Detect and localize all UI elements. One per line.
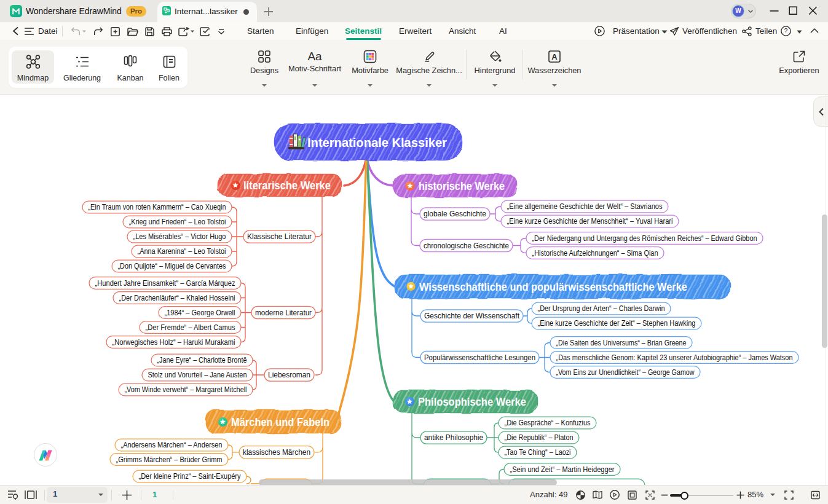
svg-text:„Grimms Märchen“ – Brüder Grim: „Grimms Märchen“ – Brüder Grimm — [116, 455, 223, 464]
svg-text:„Vom Winde verweht“ – Margaret: „Vom Winde verweht“ – Margaret Mitchell — [125, 385, 247, 394]
svg-text:Populärwissenschaftliche Lesun: Populärwissenschaftliche Lesungen — [424, 353, 535, 362]
svg-text:„Die Saiten des Universums“ –: „Die Saiten des Universums“ – Brian Gree… — [556, 339, 687, 347]
svg-text:Liebesroman: Liebesroman — [268, 371, 310, 379]
svg-text:„Eine kurze Geschichte der Men: „Eine kurze Geschichte der Menschheit“ –… — [507, 217, 673, 226]
svg-text:„Andersens Märchen“ – Andersen: „Andersens Märchen“ – Andersen — [121, 441, 223, 449]
svg-text:„Historische Aufzeichnungen“ –: „Historische Aufzeichnungen“ – Sima Qian — [532, 249, 658, 258]
svg-text:klassisches Märchen: klassisches Märchen — [243, 448, 310, 457]
svg-text:„Der Niedergang und Untergang: „Der Niedergang und Untergang des Römisc… — [532, 234, 757, 243]
svg-text:Klassische Literatur: Klassische Literatur — [247, 232, 312, 241]
svg-text:„Les Misérables“ – Victor Hugo: „Les Misérables“ – Victor Hugo — [133, 232, 226, 241]
svg-text:historische Werke: historische Werke — [419, 180, 505, 192]
svg-text:„Krieg und Frieden“ – Leo Tols: „Krieg und Frieden“ – Leo Tolstoi — [129, 218, 226, 226]
svg-text:Stolz und Vorurteil – Jane Aus: Stolz und Vorurteil – Jane Austen — [148, 371, 247, 379]
svg-text:„1984“ – George Orwell: „1984“ – George Orwell — [165, 309, 235, 317]
svg-text:literarische Werke: literarische Werke — [243, 179, 331, 192]
svg-text:chronologische Geschichte: chronologische Geschichte — [424, 242, 509, 250]
svg-text:„Die Republik“ – Platon: „Die Republik“ – Platon — [505, 433, 574, 442]
svg-text:antike Philosophie: antike Philosophie — [424, 433, 483, 442]
svg-text:globale Geschichte: globale Geschichte — [424, 210, 486, 218]
svg-text:„Der kleine Prinz“ – Saint-Exu: „Der kleine Prinz“ – Saint-Exupéry — [139, 472, 242, 481]
svg-text:„Jane Eyre“ – Charlotte Brontë: „Jane Eyre“ – Charlotte Brontë — [157, 356, 247, 364]
svg-text:„Anna Karenina“ – Leo Tolstoi: „Anna Karenina“ – Leo Tolstoi — [138, 247, 226, 256]
svg-text:„Vom Eins zur Unendlichkeit“ –: „Vom Eins zur Unendlichkeit“ – George Ga… — [556, 368, 695, 377]
svg-text:„Don Quijote“ – Miguel de Cerv: „Don Quijote“ – Miguel de Cervantes — [118, 262, 226, 270]
svg-text:Geschichte der Wissenschaft: Geschichte der Wissenschaft — [424, 312, 519, 320]
svg-text:„Ein Traum von roten Kammern“: „Ein Traum von roten Kammern“ – Cao Xueq… — [89, 203, 226, 211]
svg-text:„Tao Te Ching“ – Laozi: „Tao Te Ching“ – Laozi — [505, 448, 571, 457]
svg-text:„Sein und Zeit“ – Martin Heide: „Sein und Zeit“ – Martin Heidegger — [510, 465, 615, 474]
svg-text:„Das menschliche Genom: Kapite: „Das menschliche Genom: Kapitel 23 unser… — [556, 353, 793, 362]
svg-text:moderne Literatur: moderne Literatur — [255, 309, 312, 317]
svg-text:Märchen und Fabeln: Märchen und Fabeln — [231, 416, 329, 428]
svg-text:„Die Gespräche“ – Konfuzius: „Die Gespräche“ – Konfuzius — [505, 419, 591, 427]
svg-text:„Eine allgemeine Geschichte de: „Eine allgemeine Geschichte der Welt“ – … — [507, 202, 663, 211]
svg-text:„Norwegisches Holz“ – Haruki M: „Norwegisches Holz“ – Haruki Murakami — [112, 338, 235, 347]
svg-text:Philosophische Werke: Philosophische Werke — [418, 396, 526, 408]
svg-text:Wissenschaftliche und populärw: Wissenschaftliche und populärwissenschaf… — [419, 281, 687, 293]
svg-text:„Der Ursprung der Arten“ – Cha: „Der Ursprung der Arten“ – Charles Darwi… — [538, 304, 665, 313]
svg-text:„Hundert Jahre Einsamkeit“ – G: „Hundert Jahre Einsamkeit“ – García Márq… — [95, 279, 235, 288]
svg-text:?: ? — [784, 27, 788, 34]
svg-text:„Der Fremde“ – Albert Camus: „Der Fremde“ – Albert Camus — [146, 323, 235, 332]
svg-text:A: A — [551, 52, 558, 61]
svg-text:Internationale Klassiker: Internationale Klassiker — [307, 135, 447, 149]
svg-text:„Der Drachenläufer“ – Khaled H: „Der Drachenläufer“ – Khaled Hosseini — [119, 294, 235, 302]
svg-text:„Eine kurze Geschichte der Zei: „Eine kurze Geschichte der Zeit“ – Steph… — [538, 319, 696, 328]
